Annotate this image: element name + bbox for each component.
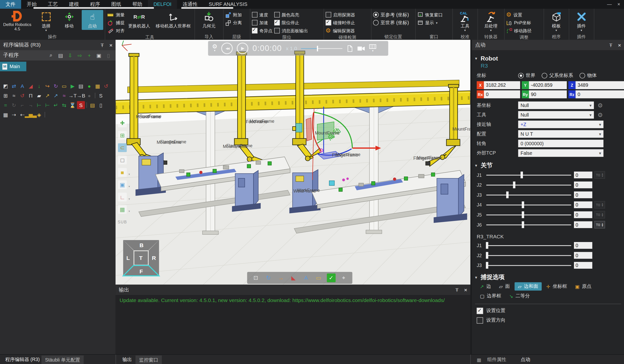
solid-cube-icon[interactable]: ■▾ (118, 168, 127, 177)
robot-section-header[interactable]: ▼Robot (474, 55, 621, 62)
snap-section-header[interactable]: ▼捕捉选项 (474, 273, 621, 281)
to-tool-icon[interactable]: →T (69, 91, 77, 100)
snap-option-二等分[interactable]: ↘二等分 (506, 292, 533, 300)
pin-icon[interactable]: Ŧ (455, 287, 458, 293)
export-program-icon[interactable]: ⇨ (76, 51, 84, 60)
align-button[interactable]: 对齐 (107, 27, 125, 34)
close-icon[interactable]: × (618, 42, 621, 48)
slider-handle[interactable] (486, 252, 488, 259)
return-icon[interactable]: ↵ (52, 101, 60, 109)
jump-disabled-icon[interactable]: ⌐ (18, 101, 26, 109)
slider-handle[interactable] (521, 171, 523, 178)
approach-axis-select[interactable]: +Z▼ (518, 120, 604, 128)
motion-ptp-icon[interactable]: ◩ (2, 82, 10, 90)
joint-value-J1[interactable]: 0 (574, 171, 592, 178)
arrow-up-icon[interactable]: ↗ (52, 91, 60, 100)
move-robot-world-frame-button[interactable]: 移动机器人世界框 (154, 10, 193, 30)
folder-icon[interactable]: ▰ (35, 91, 43, 100)
ramp-view-icon[interactable]: ◣ (289, 273, 298, 282)
joint-slider-J2[interactable] (486, 251, 571, 259)
document-icon[interactable]: ▯ (97, 101, 105, 109)
slider-handle[interactable] (317, 46, 318, 51)
checklist-icon[interactable]: ▤ (57, 51, 65, 60)
import-program-icon[interactable]: ⇩ (66, 51, 74, 60)
snap-option-面[interactable]: ▱面 (496, 282, 513, 291)
pnp-frame-button[interactable]: PnP坐标 (506, 19, 532, 26)
move-path-button[interactable]: 移动路径 (506, 27, 532, 34)
curve-icon[interactable]: ≈ (10, 91, 18, 100)
view-cube-back[interactable]: B (140, 242, 143, 248)
assign-icon[interactable]: = (2, 101, 10, 109)
checkbox-0[interactable]: 启用探测器 (325, 11, 355, 18)
close-icon[interactable]: × (109, 42, 112, 48)
detach-button[interactable]: 分离 (225, 19, 242, 26)
base-frame-select[interactable]: Null▼ (518, 101, 594, 109)
joint-slider-J4[interactable] (486, 201, 571, 209)
checkbox-1[interactable]: 加速 (252, 19, 273, 26)
turn-spinner-J4[interactable]: T0▲▼ (594, 201, 605, 209)
frame-icon[interactable]: ▭ (60, 82, 68, 90)
text-statement-icon[interactable]: A (18, 82, 26, 90)
loop-disabled-icon[interactable]: ↻ (10, 101, 18, 109)
checkbox-2[interactable]: 奇异点 (252, 27, 273, 34)
attach-button[interactable]: 附加 (225, 11, 242, 18)
tab-monitor-window[interactable]: 监控窗口 (136, 355, 162, 364)
joint-slider-J6[interactable] (486, 221, 571, 229)
y-field[interactable]: -4020.859 (529, 81, 567, 90)
playback-settings-button[interactable]: ⚙ ▾ (212, 44, 218, 52)
slider-handle[interactable] (506, 192, 509, 198)
conveyor-icon[interactable]: ▦ (94, 82, 102, 90)
snap-option-原点[interactable]: ▣原点 (572, 282, 595, 291)
rewind-button[interactable]: ◀◀ (221, 43, 233, 54)
orientation-cube-icon[interactable]: ▦▾ (118, 205, 127, 214)
robot-arm-icon[interactable]: ⌖ (339, 273, 348, 282)
branch2-icon[interactable]: ⊢ (43, 101, 52, 109)
fit-view-icon[interactable]: ✚ (118, 118, 127, 127)
view-cube[interactable]: B L T R F (122, 239, 160, 277)
turn-spinner-J6[interactable]: T0▲▼ (594, 221, 605, 228)
gear-icon[interactable]: ⚙ (598, 111, 603, 118)
path-icon[interactable]: ↪ (43, 82, 52, 90)
joint-slider-J3[interactable] (486, 261, 571, 270)
joint-value-J2[interactable]: 0 (574, 252, 592, 259)
template-button[interactable]: 模板 ▾ (546, 10, 567, 33)
joint-value-J3[interactable]: 0 (574, 262, 592, 269)
restore-window-button[interactable]: 恢复窗口 (417, 11, 443, 18)
move-button[interactable]: 移动 (58, 10, 80, 30)
x-field[interactable]: 3182.262 (484, 81, 520, 90)
view-cube-top[interactable]: T (139, 255, 143, 261)
io-out-icon[interactable]: ⇢ (10, 111, 18, 119)
joint-value-J6[interactable]: 0 (574, 221, 592, 228)
path-points-icon[interactable]: → (276, 273, 285, 282)
joint-value-J4[interactable]: 0 (574, 201, 592, 208)
radio-1[interactable]: 父系坐标系 (542, 72, 573, 79)
z-field[interactable]: 3489 (576, 81, 624, 90)
doc-s-icon[interactable]: S (97, 91, 105, 100)
branch-icon[interactable]: ⊢ (35, 101, 43, 109)
turn-icon[interactable]: ↺ (18, 91, 26, 100)
speed-slider[interactable] (301, 46, 342, 51)
record-video-icon[interactable] (357, 46, 365, 51)
gear-icon[interactable]: ⚙ (598, 102, 603, 109)
snap-button[interactable]: 捕捉 (107, 19, 125, 26)
radio-0[interactable]: 世界 (518, 72, 535, 79)
rx-field[interactable]: 0 (484, 91, 520, 98)
tab-jog[interactable]: 点动 (517, 355, 534, 364)
add-program-icon[interactable]: + (85, 51, 93, 60)
turn-spinner-J1[interactable]: T0▲▼ (594, 171, 605, 179)
slider-handle[interactable] (521, 211, 524, 218)
wireframe-cube-icon[interactable]: ◻ (118, 156, 127, 164)
joint-slider-J3[interactable] (486, 191, 571, 199)
measure-button[interactable]: 测量 (107, 11, 125, 18)
slider-handle[interactable] (513, 182, 516, 188)
wait-icon[interactable]: ⌛ (69, 101, 77, 109)
snap-option-边和面[interactable]: ▱边和面 (515, 282, 541, 291)
view-cube-front[interactable]: F (140, 268, 143, 274)
3d-viewport[interactable]: 点动 RootFrameMountFrameFlangeFrameMountFr… (116, 40, 470, 285)
pdf-export-icon[interactable] (347, 45, 353, 52)
copy-program-icon[interactable]: ▣ (95, 51, 103, 60)
lock-radio-1[interactable]: 至世界 (坐标) (373, 19, 409, 26)
jump2-disabled-icon[interactable]: ¬ (27, 101, 35, 109)
zoom-window-icon[interactable]: ⊞ (118, 131, 127, 140)
minimize-icon[interactable]: — (607, 2, 612, 7)
